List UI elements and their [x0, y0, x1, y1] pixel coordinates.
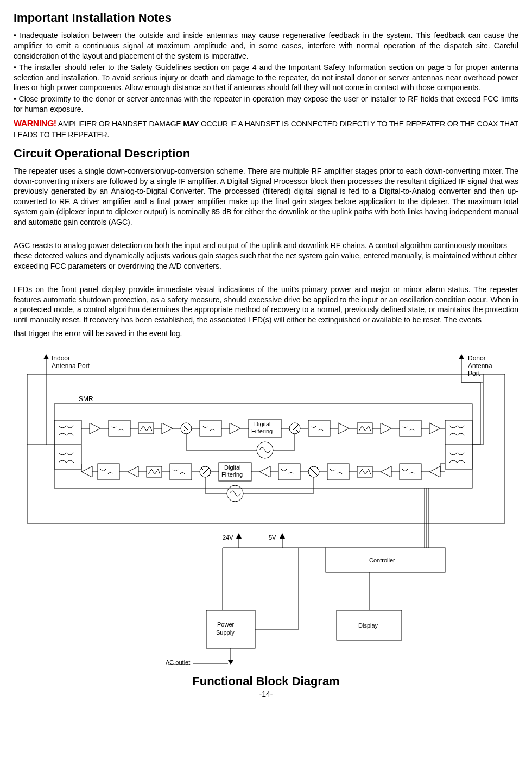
diagram-digital-filtering-2a: Digital — [224, 464, 241, 471]
bullet-item-2: • The installer should refer to the Safe… — [14, 62, 518, 93]
block-diagram-container: .ln { stroke:#000; stroke-width:1; fill:… — [14, 350, 518, 670]
svg-marker-27 — [162, 423, 173, 434]
svg-rect-89 — [147, 466, 162, 477]
svg-marker-2 — [43, 354, 49, 359]
svg-rect-23 — [109, 420, 130, 436]
warning-text-bold: MAY — [183, 119, 199, 128]
diagram-smr-label: SMR — [79, 395, 93, 403]
svg-marker-53 — [429, 423, 440, 434]
heading-installation-notes: Important Installation Notes — [14, 11, 518, 25]
svg-marker-45 — [338, 423, 349, 434]
functional-block-diagram: .ln { stroke:#000; stroke-width:1; fill:… — [16, 350, 516, 670]
paragraph-3b: that trigger the error will be saved in … — [14, 328, 518, 339]
diagram-donor-label-3: Port — [468, 370, 480, 377]
svg-marker-108 — [280, 533, 285, 539]
heading-circuit-description: Circuit Operational Description — [14, 147, 518, 161]
paragraph-2: AGC reacts to analog power detection on … — [14, 241, 518, 271]
svg-rect-43 — [308, 420, 330, 436]
svg-rect-65 — [400, 464, 421, 480]
svg-rect-51 — [400, 420, 421, 436]
diagram-digital-filtering-2b: Filtering — [221, 471, 243, 478]
diagram-controller-label: Controller — [369, 557, 395, 564]
svg-rect-87 — [170, 464, 192, 480]
warning-label: WARNING! — [14, 119, 56, 128]
diagram-digital-filtering-1a: Digital — [254, 421, 271, 427]
diagram-display-label: Display — [358, 622, 378, 629]
svg-marker-63 — [429, 466, 440, 477]
paragraph-3: LEDs on the front panel display provide … — [14, 284, 518, 326]
svg-rect-69 — [357, 466, 372, 477]
page-number: -14- — [14, 689, 518, 698]
diagram-donor-label-2: Antenna — [468, 362, 492, 370]
svg-marker-35 — [230, 423, 240, 434]
svg-marker-79 — [259, 466, 270, 477]
svg-marker-91 — [128, 466, 138, 477]
svg-rect-5 — [54, 404, 472, 488]
svg-marker-67 — [381, 466, 391, 477]
svg-rect-25 — [138, 423, 154, 434]
diagram-digital-filtering-1b: Filtering — [251, 428, 273, 434]
paragraph-1: The repeater uses a single down-conversi… — [14, 166, 518, 227]
diagram-power-label-2: Supply — [216, 629, 235, 636]
diagram-indoor-label-1: Indoor — [52, 355, 70, 362]
bullet-item-3: • Close proximity to the donor or server… — [14, 94, 518, 115]
svg-marker-95 — [81, 466, 92, 477]
svg-marker-118 — [228, 660, 233, 665]
warning-paragraph: WARNING! AMPLIFIER OR HANDSET DAMAGE MAY… — [14, 118, 518, 140]
svg-rect-33 — [200, 420, 221, 436]
svg-rect-93 — [98, 464, 119, 480]
svg-rect-0 — [27, 374, 505, 523]
bullet-item-1: • Inadequate isolation between the outsi… — [14, 30, 518, 61]
svg-rect-77 — [278, 464, 300, 480]
diagram-5v-label: 5V — [269, 534, 276, 541]
svg-rect-47 — [357, 423, 372, 434]
diagram-indoor-label-2: Antenna Port — [52, 362, 90, 370]
diagram-title: Functional Block Diagram — [14, 674, 518, 688]
svg-marker-21 — [90, 423, 100, 434]
diagram-power-label-1: Power — [217, 621, 235, 628]
diagram-donor-label-1: Donor — [468, 355, 486, 362]
diagram-24v-label: 24V — [223, 534, 233, 541]
warning-text-1: AMPLIFIER OR HANDSET DAMAGE — [56, 119, 183, 128]
svg-marker-106 — [236, 533, 242, 539]
svg-marker-4 — [459, 354, 464, 359]
svg-rect-71 — [327, 464, 349, 480]
svg-marker-49 — [381, 423, 391, 434]
